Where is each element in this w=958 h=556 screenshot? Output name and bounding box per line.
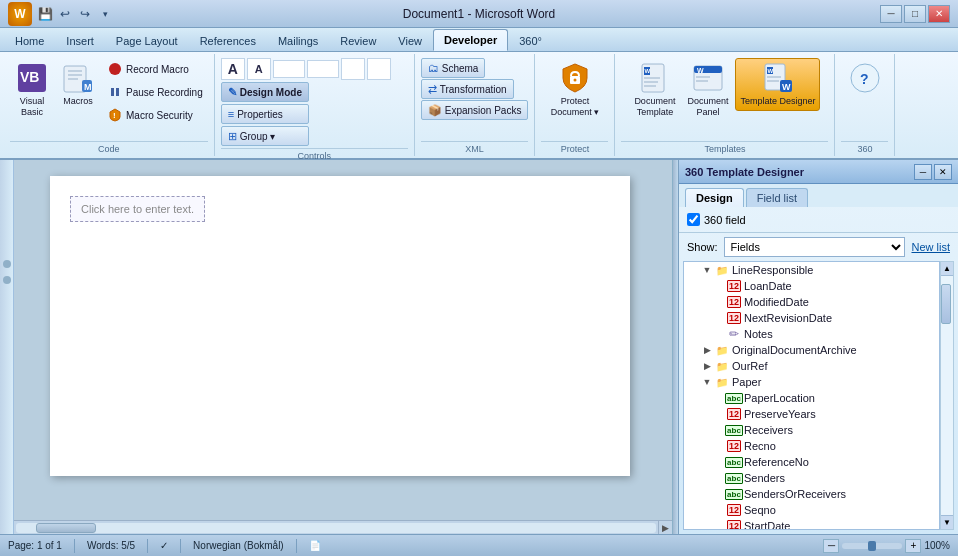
template-designer-label: Template Designer [740,96,815,107]
close-button[interactable]: ✕ [928,5,950,23]
new-list-link[interactable]: New list [911,241,950,253]
save-button[interactable]: 💾 [36,5,54,23]
protect-document-button[interactable]: ProtectDocument ▾ [546,58,605,122]
macro-security-button[interactable]: ! Macro Security [102,104,208,126]
panel-tab-design[interactable]: Design [685,188,744,207]
scrollbar-thumb-h[interactable] [36,523,96,533]
layout-icon[interactable]: 📄 [309,540,321,551]
show-select[interactable]: Fields [724,237,906,257]
undo-button[interactable]: ↩ [56,5,74,23]
svg-rect-24 [696,80,708,82]
tree-scroll-thumb[interactable] [941,284,951,324]
tab-developer[interactable]: Developer [433,29,508,51]
expand-lineresponsible[interactable]: ▼ [700,263,714,277]
tree-item-startdate[interactable]: 12 StartDate [684,518,939,530]
tab-view[interactable]: View [387,29,433,51]
tab-insert[interactable]: Insert [55,29,105,51]
tab-review[interactable]: Review [329,29,387,51]
tab-references[interactable]: References [189,29,267,51]
expand-ourref[interactable]: ▶ [700,359,714,373]
svg-rect-4 [68,74,82,76]
svg-point-13 [573,79,576,82]
document-panel-button[interactable]: W DocumentPanel [682,58,733,122]
status-bar-right: ─ + 100% [823,539,950,553]
tab-page-layout[interactable]: Page Layout [105,29,189,51]
document-template-button[interactable]: W DocumentTemplate [629,58,680,122]
svg-text:M: M [84,82,92,92]
panel-tab-field-list[interactable]: Field list [746,188,808,207]
tree-item-loandate[interactable]: 12 LoanDate [684,278,939,294]
tree-item-ourref[interactable]: ▶ 📁 OurRef [684,358,939,374]
tree-scroll-track[interactable] [941,276,953,515]
tab-mailings[interactable]: Mailings [267,29,329,51]
tree-item-sendersorreceivers[interactable]: abc SendersOrReceivers [684,486,939,502]
design-mode-button[interactable]: ✎ Design Mode [221,82,309,102]
group-button[interactable]: ⊞ Group ▾ [221,126,309,146]
font-format-btn2[interactable] [367,58,391,80]
tree-item-paper[interactable]: ▼ 📁 Paper [684,374,939,390]
tree-item-senders[interactable]: abc Senders [684,470,939,486]
expand-receivers [712,423,726,437]
zoom-in-button[interactable]: + [905,539,921,553]
expand-paper[interactable]: ▼ [700,375,714,389]
tree-item-seqno[interactable]: 12 Seqno [684,502,939,518]
properties-button[interactable]: ≡ Properties [221,104,309,124]
status-separator-1 [74,539,75,553]
tree-scrollbar-v[interactable]: ▲ ▼ [940,261,954,530]
tab-360[interactable]: 360° [508,29,553,51]
expansion-packs-label: Expansion Packs [445,105,522,116]
macros-button[interactable]: M Macros [56,58,100,111]
template-designer-button[interactable]: W W Template Designer [735,58,820,111]
window-controls: ─ □ ✕ [880,5,950,23]
zoom-out-button[interactable]: ─ [823,539,839,553]
customize-button[interactable]: ▾ [96,5,114,23]
language-indicator[interactable]: Norwegian (Bokmål) [193,540,284,551]
text-placeholder[interactable]: Click here to enter text. [70,196,205,222]
tree-label-sendersorreceivers: SendersOrReceivers [744,488,846,500]
field-tree[interactable]: ▼ 📁 LineResponsible 12 LoanDate 12 [683,261,940,530]
document-panel-icon: W [692,62,724,94]
font-size-box2[interactable] [307,60,339,78]
expand-originaldocumentarchive[interactable]: ▶ [700,343,714,357]
tree-item-recno[interactable]: 12 Recno [684,438,939,454]
scrollbar-track-h[interactable] [16,523,656,533]
tree-label-senders: Senders [744,472,785,484]
tree-item-nextrevisiondate[interactable]: 12 NextRevisionDate [684,310,939,326]
scroll-down-button[interactable]: ▼ [941,515,953,529]
scroll-right-button[interactable]: ▶ [658,521,672,535]
transformation-button[interactable]: ⇄ Transformation [421,79,514,99]
svg-text:!: ! [113,111,116,120]
spell-check-icon[interactable]: ✓ [160,540,168,551]
scroll-up-button[interactable]: ▲ [941,262,953,276]
tree-item-referenceno[interactable]: abc ReferenceNo [684,454,939,470]
document-scroll-area[interactable]: Click here to enter text. [0,160,672,520]
tree-item-preserveyears[interactable]: 12 PreserveYears [684,406,939,422]
tree-item-originaldocumentarchive[interactable]: ▶ 📁 OriginalDocumentArchive [684,342,939,358]
expansion-packs-button[interactable]: 📦 Expansion Packs [421,100,529,120]
360-help-button[interactable]: ? [843,58,887,100]
vertical-ruler [0,160,14,534]
checkbox-360-field-label: 360 field [704,214,746,226]
panel-close-button[interactable]: ✕ [934,164,952,180]
panel-minimize-button[interactable]: ─ [914,164,932,180]
visual-basic-button[interactable]: VB VisualBasic [10,58,54,122]
minimize-button[interactable]: ─ [880,5,902,23]
tab-home[interactable]: Home [4,29,55,51]
record-macro-button[interactable]: Record Macro [102,58,208,80]
tree-item-modifieddate[interactable]: 12 ModifiedDate [684,294,939,310]
font-format-btn[interactable] [341,58,365,80]
checkbox-360-field[interactable] [687,213,700,226]
redo-button[interactable]: ↪ [76,5,94,23]
font-size-box[interactable] [273,60,305,78]
pause-recording-button[interactable]: Pause Recording [102,81,208,103]
maximize-button[interactable]: □ [904,5,926,23]
tree-item-receivers[interactable]: abc Receivers [684,422,939,438]
tree-item-lineresponsible[interactable]: ▼ 📁 LineResponsible [684,262,939,278]
horizontal-scrollbar[interactable]: ◀ ▶ [0,520,672,534]
tree-item-notes[interactable]: ✏ Notes [684,326,939,342]
macros-label: Macros [63,96,93,107]
zoom-slider[interactable] [842,543,902,549]
schema-button[interactable]: 🗂 Schema [421,58,486,78]
zoom-thumb[interactable] [868,541,876,551]
tree-item-paperlocation[interactable]: abc PaperLocation [684,390,939,406]
